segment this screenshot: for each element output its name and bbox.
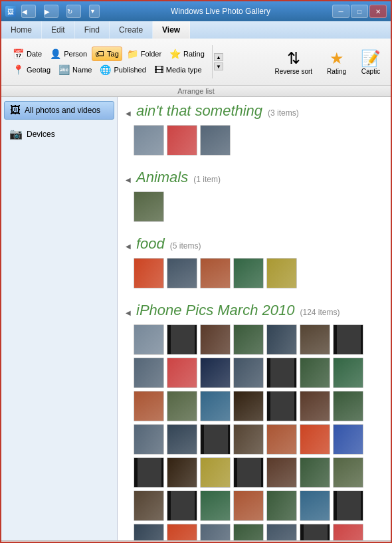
group-count: (5 items) (170, 241, 201, 251)
arrange-name-button[interactable]: 🔤 Name (55, 62, 95, 77)
nav-back-button[interactable]: ◀ (21, 5, 36, 18)
photo-thumb[interactable] (233, 358, 264, 388)
view-rating-icon: ★ (330, 49, 344, 68)
arrange-tag-button[interactable]: 🏷 Tag (92, 47, 122, 61)
photo-thumb[interactable] (333, 490, 363, 521)
photo-thumb[interactable] (266, 324, 297, 355)
arrange-folder-button[interactable]: 📁 Folder (124, 47, 165, 61)
photo-thumb[interactable] (333, 457, 363, 488)
photo-thumb[interactable] (300, 490, 330, 521)
photo-thumb[interactable] (266, 358, 297, 388)
photo-thumb[interactable] (167, 424, 197, 455)
photo-thumb[interactable] (167, 125, 197, 156)
arrange-date-button[interactable]: 📅 Date (9, 47, 45, 61)
photo-thumb[interactable] (200, 391, 231, 421)
sidebar: 🖼 All photos and videos 📷 Devices (1, 97, 118, 540)
rating-icon: ⭐ (169, 49, 181, 59)
nav-forward-button[interactable]: ▶ (44, 5, 58, 18)
photo-thumb[interactable] (134, 358, 164, 388)
photo-thumb[interactable] (134, 424, 164, 455)
photo-thumb[interactable] (333, 524, 363, 540)
photo-thumb[interactable] (233, 258, 264, 288)
nav-dropdown-button[interactable]: ▼ (89, 5, 100, 18)
ribbon-scroll-down-button[interactable]: ▼ (214, 62, 223, 70)
photo-thumb[interactable] (300, 457, 330, 488)
photo-thumb[interactable] (134, 524, 164, 540)
photo-thumb[interactable] (233, 490, 264, 521)
photo-thumb[interactable] (200, 524, 231, 540)
photo-thumb[interactable] (167, 358, 197, 388)
tab-home[interactable]: Home (1, 21, 42, 39)
photo-thumb[interactable] (200, 125, 231, 156)
tab-view[interactable]: View (153, 21, 190, 39)
photo-thumb[interactable] (266, 524, 297, 540)
photo-grid-food (126, 258, 383, 288)
photo-thumb[interactable] (333, 358, 363, 388)
photo-thumb[interactable] (167, 391, 197, 421)
arrange-person-button[interactable]: 👤 Person (47, 47, 90, 61)
photo-thumb[interactable] (200, 258, 231, 288)
photo-thumb[interactable] (333, 324, 363, 355)
tab-create[interactable]: Create (110, 21, 153, 39)
arrange-rating-button[interactable]: ⭐ Rating (166, 47, 208, 61)
photo-thumb[interactable] (266, 490, 297, 521)
photo-thumb[interactable] (134, 324, 164, 355)
arrange-published-button[interactable]: 🌐 Published (96, 62, 149, 77)
photo-thumb[interactable] (134, 457, 164, 488)
photo-thumb[interactable] (233, 424, 264, 455)
photo-thumb[interactable] (300, 524, 330, 540)
photo-thumb[interactable] (300, 358, 330, 388)
sidebar-item-devices[interactable]: 📷 Devices (4, 125, 114, 143)
group-header-aint[interactable]: ◀ ain't that something (3 items) (126, 102, 383, 120)
photo-thumb[interactable] (266, 424, 297, 455)
photo-thumb[interactable] (167, 490, 197, 521)
photo-thumb[interactable] (200, 358, 231, 388)
photo-thumb[interactable] (200, 490, 231, 521)
photo-thumb[interactable] (134, 191, 164, 222)
group-header-animals[interactable]: ◀ Animals (1 item) (126, 169, 383, 186)
minimize-button[interactable]: ─ (332, 5, 349, 18)
photo-thumb[interactable] (167, 324, 197, 355)
photo-thumb[interactable] (134, 125, 164, 156)
caption-button[interactable]: 📝 Captic (355, 46, 387, 78)
ribbon-scroll-up-button[interactable]: ▲ (214, 53, 223, 61)
photo-thumb[interactable] (266, 391, 297, 421)
photo-thumb[interactable] (167, 524, 197, 540)
photo-thumb[interactable] (300, 391, 330, 421)
group-header-iphone[interactable]: ◀ iPhone Pics March 2010 (124 items) (126, 302, 383, 319)
tab-edit[interactable]: Edit (42, 21, 75, 39)
photo-thumb[interactable] (167, 258, 197, 288)
view-rating-button[interactable]: ★ Rating (321, 46, 352, 78)
maximize-button[interactable]: □ (351, 5, 368, 18)
photo-thumb[interactable] (333, 391, 363, 421)
photo-thumb[interactable] (200, 457, 231, 488)
photo-thumb[interactable] (134, 391, 164, 421)
group-header-food[interactable]: ◀ food (5 items) (126, 235, 383, 253)
arrange-mediatype-button[interactable]: 🎞 Media type (151, 62, 205, 77)
photo-thumb[interactable] (333, 424, 363, 455)
photo-thumb[interactable] (233, 391, 264, 421)
photo-thumb[interactable] (266, 457, 297, 488)
reverse-sort-button[interactable]: ⇅ Reverse sort (268, 46, 318, 78)
photo-thumb[interactable] (134, 258, 164, 288)
photo-thumb[interactable] (134, 490, 164, 521)
photo-thumb[interactable] (300, 324, 330, 355)
photo-thumb[interactable] (200, 424, 231, 455)
photo-thumb[interactable] (200, 324, 231, 355)
photo-thumb[interactable] (300, 424, 330, 455)
reverse-sort-label: Reverse sort (274, 68, 312, 75)
photo-grid-animals (126, 191, 383, 222)
photo-thumb[interactable] (167, 457, 197, 488)
window-title: Windows Live Photo Gallery (109, 7, 332, 16)
photo-thumb[interactable] (266, 258, 297, 288)
sidebar-item-all-photos[interactable]: 🖼 All photos and videos (4, 101, 114, 120)
photo-thumb[interactable] (233, 524, 264, 540)
nav-refresh-button[interactable]: ↻ (66, 5, 81, 18)
tab-find[interactable]: Find (75, 21, 110, 39)
photo-thumb[interactable] (233, 324, 264, 355)
arrange-geotag-button[interactable]: 📍 Geotag (9, 62, 54, 77)
group-iphone: ◀ iPhone Pics March 2010 (124 items) (126, 302, 383, 540)
photo-thumb[interactable] (233, 457, 264, 488)
close-button[interactable]: ✕ (369, 5, 387, 18)
group-count: (1 item) (193, 175, 221, 184)
